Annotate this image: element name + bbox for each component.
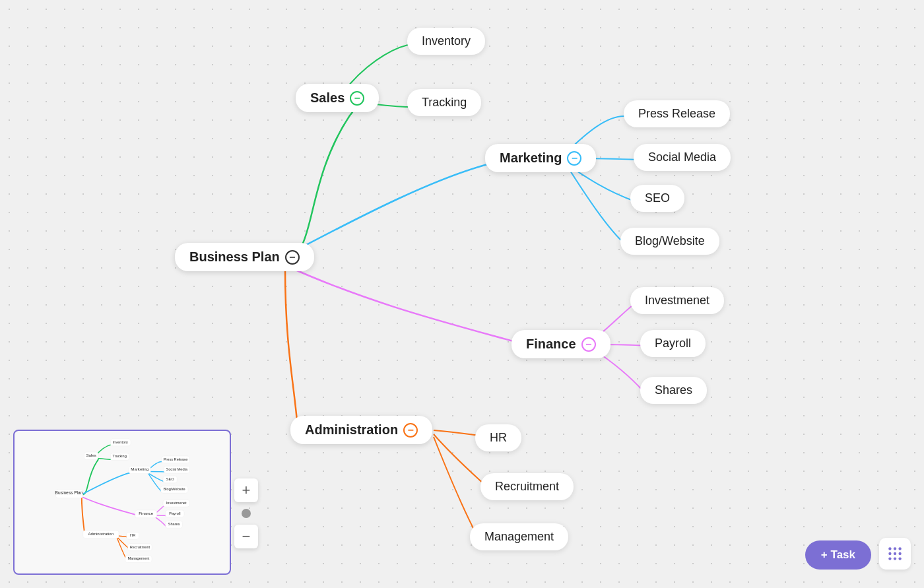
business-plan-collapse[interactable]: − (285, 250, 300, 265)
svg-point-39 (898, 552, 901, 555)
svg-text:Investmenet: Investmenet (166, 501, 187, 505)
minimap-svg: Business Plan Sales Inventory Tracking M… (15, 431, 231, 575)
zoom-indicator (242, 509, 251, 518)
svg-text:Marketing: Marketing (131, 467, 148, 471)
social-media-label: Social Media (648, 150, 716, 164)
inventory-node[interactable]: Inventory (407, 28, 485, 55)
zoom-in-button[interactable]: + (234, 478, 258, 502)
management-node[interactable]: Management (470, 523, 568, 550)
administration-collapse[interactable]: − (403, 423, 418, 438)
zoom-out-button[interactable]: − (234, 525, 258, 548)
grid-icon (886, 545, 904, 562)
svg-text:Blog/Website: Blog/Website (164, 487, 185, 491)
svg-point-35 (894, 547, 896, 550)
business-plan-label: Business Plan (189, 249, 280, 265)
business-plan-node[interactable]: Business Plan − (175, 243, 314, 271)
svg-text:Payroll: Payroll (169, 511, 180, 515)
sales-collapse[interactable]: − (350, 91, 364, 106)
hr-node[interactable]: HR (475, 424, 521, 451)
shares-label: Shares (655, 383, 692, 397)
investmenet-node[interactable]: Investmenet (630, 287, 724, 314)
sales-node[interactable]: Sales − (296, 84, 379, 112)
shares-node[interactable]: Shares (640, 377, 707, 404)
tracking-node[interactable]: Tracking (407, 89, 481, 116)
blog-website-node[interactable]: Blog/Website (620, 228, 719, 255)
svg-text:Sales: Sales (86, 453, 96, 457)
zoom-controls: + − (234, 478, 258, 548)
inventory-label: Inventory (422, 34, 471, 48)
svg-text:Social Media: Social Media (166, 467, 188, 471)
svg-point-36 (898, 547, 901, 550)
social-media-node[interactable]: Social Media (634, 144, 731, 171)
svg-text:Administration: Administration (88, 531, 114, 536)
payroll-label: Payroll (655, 337, 691, 350)
svg-text:Management: Management (127, 556, 149, 560)
hr-label: HR (490, 431, 507, 444)
marketing-collapse[interactable]: − (567, 151, 581, 166)
svg-point-37 (888, 552, 891, 555)
seo-label: SEO (645, 191, 670, 205)
recruitment-label: Recruitment (495, 480, 559, 493)
svg-text:Business Plan: Business Plan (55, 490, 83, 495)
finance-node[interactable]: Finance − (512, 330, 610, 358)
svg-point-40 (888, 557, 891, 560)
svg-point-38 (894, 552, 896, 555)
svg-text:Tracking: Tracking (112, 454, 126, 458)
investmenet-label: Investmenet (645, 294, 710, 307)
svg-text:Shares: Shares (168, 522, 180, 526)
svg-text:Press Release: Press Release (164, 457, 188, 461)
management-label: Management (484, 530, 554, 543)
grid-icon-button[interactable] (879, 538, 911, 570)
svg-point-34 (888, 547, 891, 550)
add-task-button[interactable]: + Task (805, 540, 871, 570)
blog-website-label: Blog/Website (635, 234, 705, 247)
finance-collapse[interactable]: − (581, 337, 596, 352)
press-release-label: Press Release (638, 107, 715, 120)
svg-point-41 (894, 557, 896, 560)
svg-point-42 (898, 557, 901, 560)
svg-text:HR: HR (130, 533, 135, 537)
press-release-node[interactable]: Press Release (624, 100, 730, 127)
svg-text:Inventory: Inventory (113, 440, 128, 444)
sales-label: Sales (310, 90, 345, 106)
recruitment-node[interactable]: Recruitment (480, 473, 574, 500)
payroll-node[interactable]: Payroll (640, 330, 706, 357)
finance-label: Finance (526, 337, 576, 352)
svg-text:Recruitment: Recruitment (130, 545, 150, 549)
add-task-label: + Task (821, 548, 855, 562)
marketing-node[interactable]: Marketing − (485, 144, 596, 172)
svg-text:SEO: SEO (166, 477, 175, 481)
seo-node[interactable]: SEO (630, 185, 684, 212)
tracking-label: Tracking (422, 96, 467, 109)
administration-label: Administration (305, 422, 398, 438)
minimap: Business Plan Sales Inventory Tracking M… (13, 430, 231, 575)
svg-text:Finance: Finance (139, 511, 153, 515)
administration-node[interactable]: Administration − (290, 416, 432, 444)
marketing-label: Marketing (500, 150, 562, 166)
